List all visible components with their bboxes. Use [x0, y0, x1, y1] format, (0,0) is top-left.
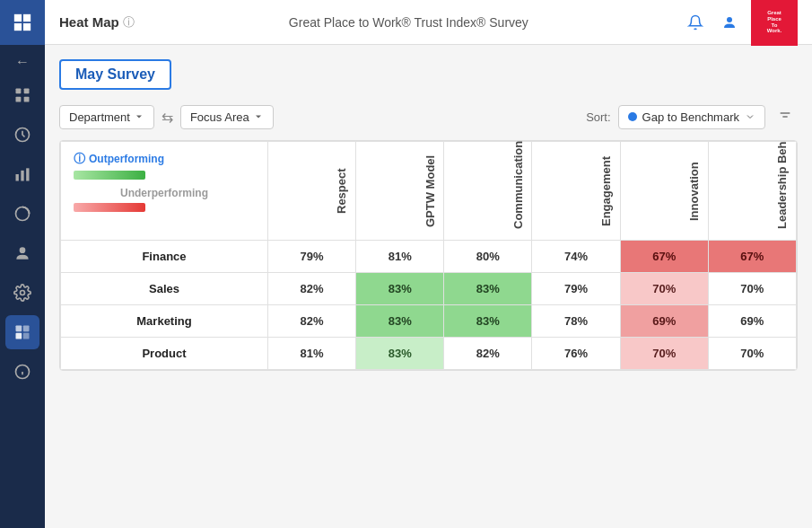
data-cell: 79% — [267, 241, 355, 273]
sort-row: Sort: Gap to Benchmark — [586, 104, 798, 129]
svg-rect-15 — [16, 326, 22, 332]
svg-rect-2 — [14, 23, 22, 31]
sort-option: Gap to Benchmark — [642, 110, 739, 124]
legend-info-icon: ⓘ — [74, 151, 85, 167]
focus-area-dropdown[interactable]: Focus Area — [180, 105, 274, 129]
svg-rect-6 — [16, 97, 22, 102]
legend-outperforming: ⓘ Outperforming — [74, 151, 255, 167]
swap-icon[interactable]: ⇆ — [162, 109, 173, 126]
svg-rect-16 — [23, 326, 30, 332]
notification-icon[interactable] — [683, 10, 708, 35]
data-cell: 69% — [620, 305, 708, 338]
row-header-sales: Sales — [61, 273, 268, 305]
data-cell: 81% — [356, 241, 444, 273]
col-header-leadership: Leadership Behavior — [708, 142, 796, 241]
svg-rect-1 — [23, 14, 31, 22]
row-header-marketing: Marketing — [61, 305, 268, 338]
table-row: Marketing82%83%83%78%69%69% — [61, 305, 797, 338]
sort-dropdown[interactable]: Gap to Benchmark — [618, 105, 765, 129]
svg-point-14 — [21, 291, 25, 295]
table-header-row: ⓘ Outperforming Underperforming Respect … — [61, 142, 797, 241]
svg-rect-5 — [24, 89, 30, 94]
legend-bar-outperforming — [74, 171, 145, 180]
back-button[interactable]: ← — [15, 48, 30, 75]
svg-rect-17 — [16, 333, 22, 339]
topbar-actions: GreatPlaceToWork. — [683, 0, 798, 46]
data-cell: 74% — [532, 241, 620, 273]
data-cell: 67% — [708, 241, 796, 273]
data-cell: 79% — [532, 273, 620, 305]
heatmap-table: ⓘ Outperforming Underperforming Respect … — [60, 141, 797, 370]
sidebar-item-info[interactable] — [5, 355, 39, 389]
data-cell: 70% — [708, 273, 796, 305]
svg-rect-9 — [16, 174, 19, 181]
legend-underperforming-label: Underperforming — [74, 187, 255, 199]
svg-rect-18 — [23, 333, 30, 339]
sidebar-item-person[interactable] — [5, 236, 39, 270]
data-cell: 81% — [267, 338, 355, 370]
heatmap-body: Finance79%81%80%74%67%67%Sales82%83%83%7… — [61, 241, 797, 370]
topbar-survey-title: Great Place to Work® Trust Index® Survey — [135, 15, 683, 30]
svg-point-13 — [20, 247, 26, 253]
svg-rect-7 — [24, 97, 30, 102]
data-cell: 80% — [444, 241, 532, 273]
data-cell: 82% — [267, 273, 355, 305]
table-row: Product81%83%82%76%70%70% — [61, 338, 797, 370]
data-cell: 83% — [444, 273, 532, 305]
sort-dot — [628, 112, 637, 121]
data-cell: 82% — [267, 305, 355, 338]
survey-badge[interactable]: May Survey — [59, 59, 171, 90]
topbar-title: Heat Map — [59, 14, 119, 30]
col-header-innovation: Innovation — [620, 142, 708, 241]
sidebar: ← — [0, 0, 45, 528]
svg-rect-4 — [16, 89, 22, 94]
department-label: Department — [69, 110, 130, 124]
data-cell: 76% — [532, 338, 620, 370]
sort-label: Sort: — [586, 110, 610, 124]
data-cell: 83% — [356, 338, 444, 370]
col-header-gptw: GPTW Model — [356, 142, 444, 241]
svg-rect-10 — [21, 171, 23, 181]
user-icon[interactable] — [717, 10, 742, 35]
data-cell: 70% — [620, 273, 708, 305]
gptw-logo: GreatPlaceToWork. — [751, 0, 798, 46]
sidebar-logo[interactable] — [0, 0, 45, 45]
topbar-info-icon[interactable]: ⓘ — [123, 14, 135, 31]
data-cell: 83% — [356, 305, 444, 338]
data-cell: 70% — [620, 338, 708, 370]
topbar: Heat Map ⓘ Great Place to Work® Trust In… — [45, 0, 812, 45]
legend-bar-underperforming — [74, 203, 145, 212]
sidebar-item-dashboard[interactable] — [5, 78, 39, 112]
col-header-engagement: Engagement — [532, 142, 620, 241]
sidebar-item-heatmap[interactable] — [5, 315, 39, 349]
focus-area-label: Focus Area — [190, 110, 249, 124]
col-header-communication: Communication — [444, 142, 532, 241]
sidebar-item-history[interactable] — [5, 118, 39, 152]
svg-rect-3 — [23, 23, 31, 31]
filter-options-icon[interactable] — [773, 104, 798, 129]
heatmap-container: ⓘ Outperforming Underperforming Respect … — [59, 140, 798, 371]
sidebar-item-chart[interactable] — [5, 157, 39, 191]
data-cell: 78% — [532, 305, 620, 338]
department-dropdown[interactable]: Department — [59, 105, 154, 129]
sidebar-item-circle[interactable] — [5, 197, 39, 231]
col-header-respect: Respect — [267, 142, 355, 241]
row-header-finance: Finance — [61, 241, 268, 273]
sidebar-item-settings[interactable] — [5, 276, 39, 310]
table-row: Sales82%83%83%79%70%70% — [61, 273, 797, 305]
data-cell: 83% — [444, 305, 532, 338]
filter-row: Department ⇆ Focus Area Sort: Gap to Ben… — [59, 104, 798, 129]
svg-point-22 — [727, 17, 732, 22]
data-cell: 69% — [708, 305, 796, 338]
data-cell: 82% — [444, 338, 532, 370]
main-content: May Survey Department ⇆ Focus Area Sort:… — [45, 45, 812, 528]
data-cell: 83% — [356, 273, 444, 305]
table-row: Finance79%81%80%74%67%67% — [61, 241, 797, 273]
svg-rect-0 — [14, 14, 22, 22]
svg-rect-11 — [26, 168, 29, 180]
data-cell: 70% — [708, 338, 796, 370]
data-cell: 67% — [620, 241, 708, 273]
legend-cell: ⓘ Outperforming Underperforming — [61, 142, 268, 241]
row-header-product: Product — [61, 338, 268, 370]
